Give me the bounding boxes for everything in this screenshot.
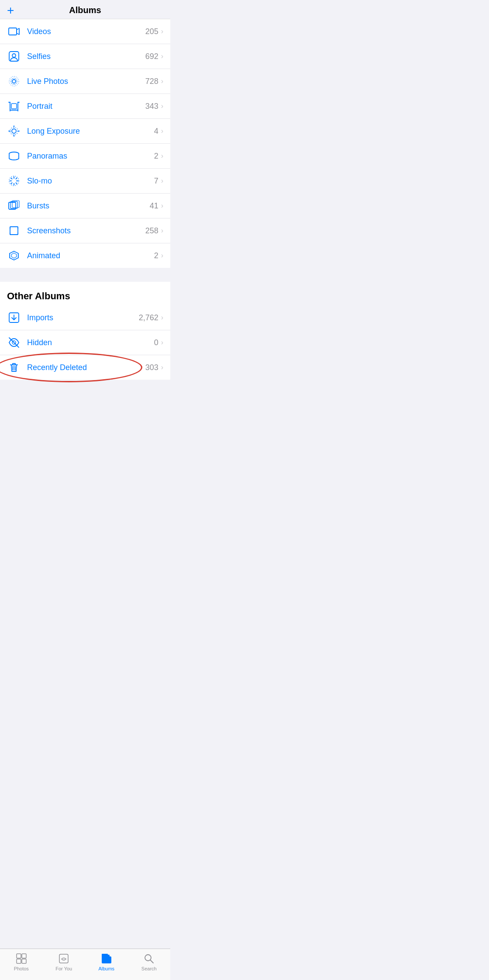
hidden-icon (7, 336, 21, 350)
list-count: 41 (150, 201, 158, 211)
video-icon (7, 24, 21, 38)
chevron-icon: › (161, 77, 163, 85)
list-count: 0 (154, 338, 158, 347)
media-types-list: Videos 205 › Selfies 692 › (0, 19, 170, 268)
chevron-icon: › (161, 227, 163, 235)
list-item-bursts[interactable]: Bursts 41 › (0, 194, 170, 218)
list-label: Animated (27, 251, 154, 260)
list-label: Videos (27, 27, 145, 36)
chevron-icon: › (161, 52, 163, 60)
svg-line-31 (9, 338, 19, 347)
animated-icon (7, 249, 21, 263)
chevron-icon: › (161, 152, 163, 160)
screenshots-icon (7, 224, 21, 238)
list-count: 2 (154, 251, 158, 260)
chevron-icon: › (161, 28, 163, 35)
list-label: Imports (27, 313, 139, 322)
list-item-screenshots[interactable]: Screenshots 258 › (0, 218, 170, 243)
chevron-icon: › (161, 339, 163, 346)
app-header: + Albums (0, 0, 170, 19)
list-label: Panoramas (27, 152, 154, 161)
list-item-live-photos[interactable]: Live Photos 728 › (0, 69, 170, 94)
svg-rect-7 (11, 104, 17, 109)
chevron-icon: › (161, 102, 163, 110)
list-count: 692 (145, 52, 158, 61)
chevron-icon: › (161, 127, 163, 135)
bursts-icon (7, 199, 21, 213)
list-item-imports[interactable]: Imports 2,762 › (0, 305, 170, 330)
media-types-section: Videos 205 › Selfies 692 › (0, 19, 170, 268)
svg-rect-26 (10, 227, 18, 235)
list-count: 728 (145, 77, 158, 86)
list-item-slo-mo[interactable]: Slo-mo 7 › (0, 169, 170, 194)
svg-point-6 (9, 76, 19, 86)
list-item-portrait[interactable]: Portrait 343 › (0, 94, 170, 119)
list-count: 2,762 (139, 313, 158, 322)
page-title: Albums (69, 5, 101, 15)
portrait-icon (7, 99, 21, 113)
svg-line-20 (16, 183, 17, 184)
svg-marker-28 (11, 253, 17, 258)
other-albums-header: Other Albums (0, 282, 170, 305)
selfie-icon (7, 49, 21, 63)
long-exposure-icon (7, 124, 21, 138)
imports-icon (7, 311, 21, 325)
svg-marker-27 (10, 251, 18, 260)
svg-marker-1 (17, 28, 19, 35)
list-item-videos[interactable]: Videos 205 › (0, 19, 170, 44)
list-count: 343 (145, 102, 158, 111)
list-count: 4 (154, 127, 158, 136)
list-label: Long Exposure (27, 127, 154, 136)
svg-point-9 (10, 127, 18, 135)
svg-line-21 (11, 183, 12, 184)
list-count: 205 (145, 27, 158, 36)
list-label: Slo-mo (27, 177, 154, 186)
list-item-animated[interactable]: Animated 2 › (0, 243, 170, 268)
chevron-icon: › (161, 202, 163, 210)
other-albums-section: Other Albums Imports 2,762 › (0, 282, 170, 380)
chevron-icon: › (161, 177, 163, 185)
list-label: Hidden (27, 338, 154, 347)
other-albums-list: Imports 2,762 › Hidden 0 › (0, 305, 170, 380)
add-button[interactable]: + (7, 4, 14, 17)
list-label: Portrait (27, 102, 145, 111)
svg-point-3 (12, 54, 16, 57)
list-count: 258 (145, 226, 158, 235)
list-item-recently-deleted[interactable]: Recently Deleted 303 › (0, 355, 170, 380)
chevron-icon: › (161, 314, 163, 322)
svg-line-19 (11, 178, 12, 179)
list-item-panoramas[interactable]: Panoramas 2 › (0, 144, 170, 169)
trash-icon (7, 360, 21, 374)
list-label: Live Photos (27, 77, 145, 86)
svg-line-22 (16, 178, 17, 179)
list-label: Bursts (27, 201, 150, 211)
panorama-icon (7, 149, 21, 163)
list-count: 7 (154, 177, 158, 186)
list-item-selfies[interactable]: Selfies 692 › (0, 44, 170, 69)
slomo-icon (7, 174, 21, 188)
svg-rect-0 (9, 28, 17, 35)
svg-point-4 (12, 80, 16, 83)
list-count: 303 (145, 363, 158, 372)
list-label: Screenshots (27, 226, 145, 235)
list-item-long-exposure[interactable]: Long Exposure 4 › (0, 119, 170, 144)
chevron-icon: › (161, 252, 163, 260)
list-item-hidden[interactable]: Hidden 0 › (0, 330, 170, 355)
list-label: Selfies (27, 52, 145, 61)
live-photos-icon (7, 74, 21, 88)
chevron-icon: › (161, 364, 163, 371)
page-content: Videos 205 › Selfies 692 › (0, 19, 170, 433)
list-label: Recently Deleted (27, 363, 145, 372)
list-count: 2 (154, 152, 158, 161)
svg-point-8 (12, 129, 16, 133)
